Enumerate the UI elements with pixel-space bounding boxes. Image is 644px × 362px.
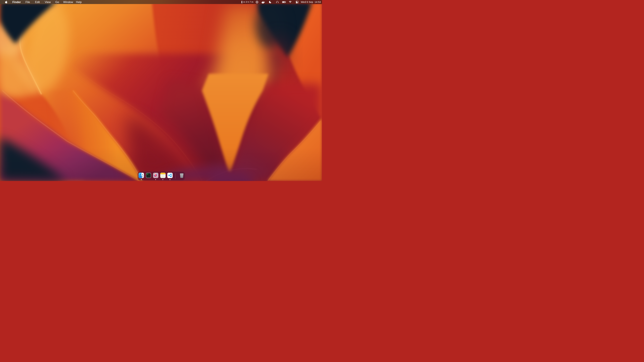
svg-text:$: $ — [146, 174, 147, 175]
